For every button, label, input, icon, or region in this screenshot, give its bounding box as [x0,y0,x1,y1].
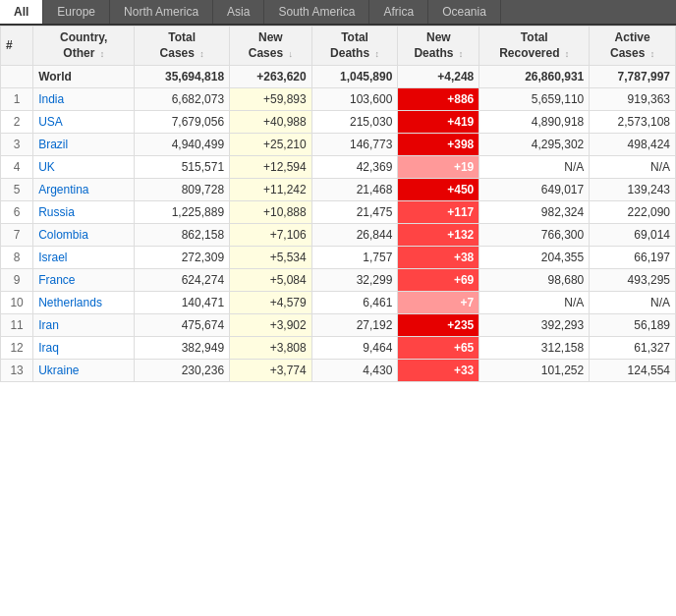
cell-3-1[interactable]: UK [33,156,135,179]
country-link[interactable]: Brazil [38,138,68,151]
cell-2-1[interactable]: Brazil [33,134,135,156]
column-header-3[interactable]: NewCases ↓ [230,27,312,66]
country-link[interactable]: Netherlands [38,296,102,309]
tab-asia[interactable]: Asia [213,0,264,24]
country-link[interactable]: Iraq [38,341,59,355]
cell-7-7: 66,197 [590,247,676,269]
cell-11-1[interactable]: Iraq [33,337,135,360]
cell-12-5: +33 [398,360,479,382]
country-link[interactable]: India [38,92,64,106]
cell-11-3: +3,808 [230,337,312,360]
cell-10-6: 392,293 [479,314,590,337]
table-row: 3Brazil4,940,499+25,210146,773+3984,295,… [1,134,676,156]
cell-2-6: 4,295,302 [479,134,590,156]
cell-10-1[interactable]: Iran [33,314,135,337]
cell-3-4: 42,369 [311,156,398,179]
cell-2-2: 4,940,499 [135,134,230,156]
cell-0-0: 1 [1,88,33,111]
cell-2-3: +25,210 [230,134,312,156]
cell-2-7: 498,424 [590,134,676,156]
cell-8-0: 9 [1,269,33,292]
country-link[interactable]: Argentina [38,183,88,196]
tab-europe[interactable]: Europe [43,0,110,24]
cell-4-0: 5 [1,179,33,201]
table-row: 1India6,682,073+59,893103,600+8865,659,1… [1,88,676,111]
cell-5-6: 982,324 [479,201,590,224]
country-link[interactable]: UK [38,160,55,174]
cell-5-4: 21,475 [311,201,398,224]
cell-11-0: 12 [1,337,33,360]
table-row: 6Russia1,225,889+10,88821,475+117982,324… [1,201,676,224]
cell-12-6: 101,252 [479,360,590,382]
cell-12-1[interactable]: Ukraine [33,360,135,382]
cell-1-1[interactable]: USA [33,111,135,134]
table-row: 12Iraq382,949+3,8089,464+65312,15861,327 [1,337,676,360]
world-cell-5: +4,248 [398,66,479,88]
world-cell-0 [1,66,33,88]
column-header-6[interactable]: TotalRecovered ↕ [479,27,590,66]
table-row: 10Netherlands140,471+4,5796,461+7N/AN/A [1,292,676,314]
cell-1-5: +419 [398,111,479,134]
cell-11-7: 61,327 [590,337,676,360]
cell-5-7: 222,090 [590,201,676,224]
cell-1-7: 2,573,108 [590,111,676,134]
cell-3-3: +12,594 [230,156,312,179]
cell-4-5: +450 [398,179,479,201]
cell-4-2: 809,728 [135,179,230,201]
country-link[interactable]: Colombia [38,228,88,242]
column-header-2[interactable]: TotalCases ↕ [135,27,230,66]
tab-oceania[interactable]: Oceania [428,0,501,24]
cell-11-2: 382,949 [135,337,230,360]
cell-12-3: +3,774 [230,360,312,382]
tab-north-america[interactable]: North America [110,0,213,24]
cell-6-7: 69,014 [590,224,676,247]
cell-6-1[interactable]: Colombia [33,224,135,247]
column-header-4[interactable]: TotalDeaths ↕ [311,27,398,66]
cell-7-3: +5,534 [230,247,312,269]
cell-8-3: +5,084 [230,269,312,292]
cell-8-6: 98,680 [479,269,590,292]
tab-africa[interactable]: Africa [369,0,428,24]
world-cell-4: 1,045,890 [311,66,398,88]
country-link[interactable]: Russia [38,205,75,219]
cell-0-5: +886 [398,88,479,111]
country-link[interactable]: USA [38,115,63,129]
table-row: 9France624,274+5,08432,299+6998,680493,2… [1,269,676,292]
cell-8-2: 624,274 [135,269,230,292]
cell-7-2: 272,309 [135,247,230,269]
cell-6-5: +132 [398,224,479,247]
cell-5-0: 6 [1,201,33,224]
cell-10-3: +3,902 [230,314,312,337]
cell-1-4: 215,030 [311,111,398,134]
cell-9-5: +7 [398,292,479,314]
tab-south-america[interactable]: South America [264,0,369,24]
cell-5-2: 1,225,889 [135,201,230,224]
cell-4-1[interactable]: Argentina [33,179,135,201]
cell-9-1[interactable]: Netherlands [33,292,135,314]
cell-9-3: +4,579 [230,292,312,314]
cell-1-6: 4,890,918 [479,111,590,134]
cell-0-1[interactable]: India [33,88,135,111]
country-link[interactable]: Ukraine [38,364,79,377]
cell-8-5: +69 [398,269,479,292]
country-link[interactable]: France [38,273,75,287]
cell-0-3: +59,893 [230,88,312,111]
cell-6-6: 766,300 [479,224,590,247]
column-header-5[interactable]: NewDeaths ↕ [398,27,479,66]
cell-8-1[interactable]: France [33,269,135,292]
column-header-0[interactable]: # [1,27,33,66]
cell-7-4: 1,757 [311,247,398,269]
column-header-1[interactable]: Country,Other ↕ [33,27,135,66]
cell-10-0: 11 [1,314,33,337]
cell-5-1[interactable]: Russia [33,201,135,224]
tab-all[interactable]: All [0,0,43,24]
cell-0-6: 5,659,110 [479,88,590,111]
cell-3-7: N/A [590,156,676,179]
column-header-7[interactable]: ActiveCases ↕ [590,27,676,66]
world-cell-2: 35,694,818 [135,66,230,88]
cell-7-1[interactable]: Israel [33,247,135,269]
country-link[interactable]: Israel [38,251,67,264]
cell-0-4: 103,600 [311,88,398,111]
country-link[interactable]: Iran [38,318,59,332]
cell-0-7: 919,363 [590,88,676,111]
